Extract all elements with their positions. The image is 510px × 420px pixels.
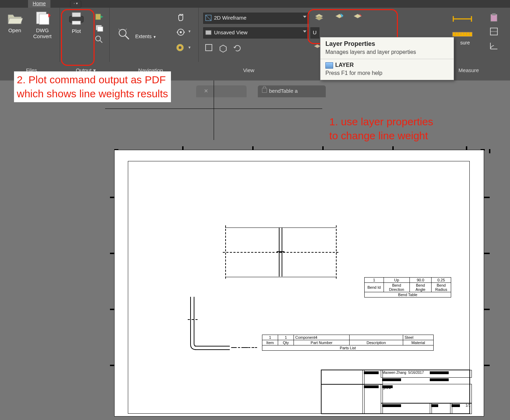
visual-style-combo[interactable]: 2D Wireframe [203, 13, 309, 24]
area-icon[interactable] [489, 27, 499, 36]
dwg-convert-icon [34, 10, 50, 25]
named-view-combo[interactable]: Unsaved View [203, 27, 309, 38]
clipboard-icon[interactable] [489, 13, 499, 22]
steering-wheel-icon[interactable] [175, 43, 187, 53]
svg-marker-4 [48, 13, 50, 18]
svg-rect-26 [206, 30, 211, 35]
svg-line-25 [206, 15, 211, 21]
angle-icon[interactable] [489, 41, 499, 50]
dwg-convert-button[interactable]: DWG Convert [29, 10, 56, 39]
svg-line-16 [118, 29, 120, 30]
svg-rect-3 [39, 14, 49, 24]
wheel-dropdown-icon[interactable]: ▼ [188, 46, 191, 49]
svg-marker-20 [177, 31, 178, 34]
crosshair-v [214, 80, 214, 140]
callout-plot-highlight [61, 9, 95, 66]
doc-tab-active[interactable]: ✕ [196, 85, 247, 97]
view-base-icon[interactable] [205, 43, 214, 52]
svg-line-13 [100, 40, 102, 43]
output-find-icon[interactable] [95, 35, 104, 43]
svg-marker-1 [8, 18, 23, 24]
dwg-convert-label: DWG Convert [33, 27, 52, 39]
ribbon-tabbar: Home ◦ ▾ [0, 0, 510, 8]
svg-marker-21 [184, 31, 185, 34]
svg-marker-36 [314, 44, 321, 48]
doc-tab-inactive[interactable]: bendTable a [258, 85, 326, 97]
bend-corner-icon [190, 340, 199, 350]
svg-marker-28 [220, 45, 226, 52]
svg-marker-9 [101, 15, 103, 18]
output-export-icon[interactable] [95, 13, 104, 21]
open-label: Open [8, 27, 21, 33]
svg-rect-27 [206, 44, 212, 51]
svg-point-12 [96, 36, 101, 41]
orbit-dropdown-icon[interactable]: ▼ [188, 29, 191, 33]
tooltip-help: Press F1 for more help [321, 70, 454, 80]
orbit-icon[interactable] [175, 27, 187, 38]
close-icon[interactable]: ✕ [204, 85, 208, 97]
tooltip-layer-properties: Layer Properties Manages layers and laye… [320, 37, 454, 80]
folder-open-icon [7, 10, 23, 25]
svg-rect-11 [97, 27, 103, 31]
tooltip-title: Layer Properties [321, 37, 454, 49]
view-icon [205, 29, 212, 36]
layer-small-icon [325, 62, 333, 69]
measure-distance-icon[interactable] [452, 15, 473, 24]
ribbon-expand-icon[interactable]: ◦ ▾ [70, 1, 81, 8]
tooltip-command: LAYER [321, 59, 454, 70]
extents-button[interactable]: Extents ▼ [135, 34, 157, 39]
lock-icon [262, 88, 267, 93]
svg-point-23 [179, 46, 181, 49]
wireframe-icon [205, 14, 212, 21]
annotation-2: 2. Plot command output as PDFwhich shows… [14, 71, 171, 102]
measure-label-partial: sure [460, 40, 470, 46]
view-cube-icon[interactable] [219, 43, 228, 52]
svg-rect-8 [96, 14, 101, 20]
zoom-extents-icon[interactable] [118, 28, 132, 42]
tab-home[interactable]: Home [28, 0, 50, 8]
svg-rect-48 [492, 13, 496, 15]
svg-point-19 [180, 31, 182, 33]
svg-marker-29 [233, 47, 236, 48]
bend-table: 1Up90.00.25 Bend IdBend DirectionBend An… [364, 277, 451, 298]
annotation-1: 1. use layer propertiesto change line we… [329, 115, 433, 143]
open-button[interactable]: Open [4, 10, 26, 33]
svg-point-14 [119, 29, 126, 36]
svg-line-17 [125, 29, 127, 30]
panel-measure: Measure [451, 67, 486, 78]
svg-line-15 [125, 36, 129, 39]
output-batch-icon[interactable] [95, 24, 104, 32]
tooltip-body: Manages layers and layer properties [321, 49, 454, 59]
ruler-icon[interactable] [452, 31, 473, 38]
panel-view: View [235, 67, 263, 78]
title-block: Maowen Zhang 5/16/2017 fp01 1/1 [321, 370, 470, 414]
pan-icon[interactable] [175, 13, 187, 23]
parts-list-table: 11Component4Steel ItemQtyPart NumberDesc… [262, 335, 434, 351]
view-update-icon[interactable] [233, 43, 242, 52]
